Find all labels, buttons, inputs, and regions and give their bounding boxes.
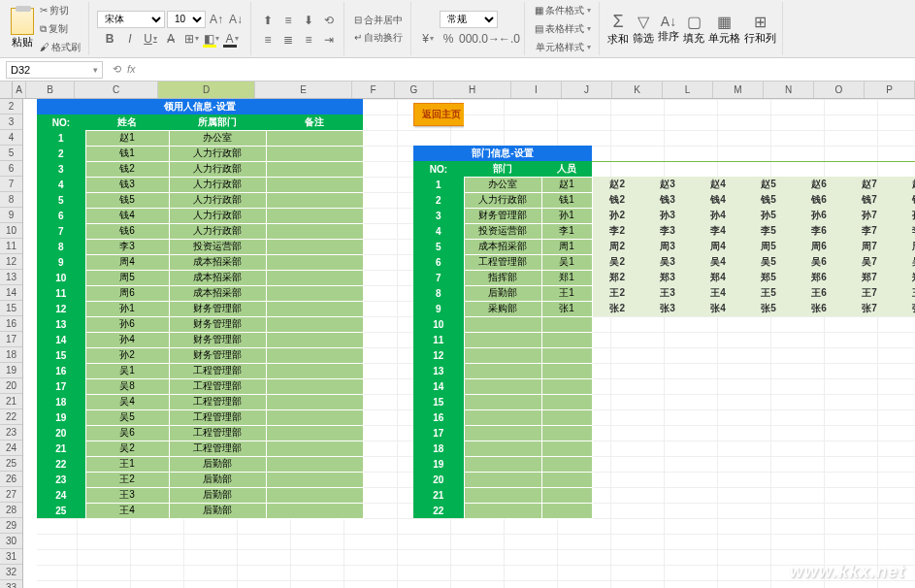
return-home-button[interactable]: 返回主页	[413, 103, 464, 126]
bold-button[interactable]: B	[101, 30, 118, 48]
table2-member[interactable]: 郑1	[541, 270, 592, 285]
align-right-button[interactable]: ≡	[300, 31, 317, 49]
align-bottom-button[interactable]: ⬇	[300, 12, 317, 29]
table1-cell[interactable]: 工程管理部	[169, 378, 266, 394]
table2-member-ext[interactable]: 吴2	[592, 254, 642, 270]
row-header-33[interactable]: 33	[0, 580, 22, 588]
table1-cell[interactable]	[266, 146, 363, 161]
table2-member-ext[interactable]: 吴5	[743, 254, 794, 270]
row-header-30[interactable]: 30	[0, 534, 22, 549]
table1-cell[interactable]: 钱3	[85, 177, 169, 192]
row-header-4[interactable]: 4	[0, 130, 22, 146]
table2-member-ext[interactable]: 郑2	[592, 270, 642, 285]
table2-cell-empty[interactable]	[464, 409, 541, 425]
table2-cell-empty[interactable]	[541, 363, 592, 378]
border-button[interactable]: ⊞▾	[182, 30, 200, 48]
fx-button[interactable]: fx	[127, 63, 136, 76]
table2-member-ext[interactable]: 钱7	[844, 192, 895, 208]
fill-color-button[interactable]: ◧▾	[203, 30, 220, 48]
table1-cell[interactable]	[266, 316, 363, 332]
row-header-20[interactable]: 20	[0, 378, 22, 394]
col-header-A[interactable]: A	[13, 82, 26, 98]
font-color-button[interactable]: A▾	[223, 30, 241, 48]
table2-cell-empty[interactable]	[464, 394, 541, 409]
table2-member-ext[interactable]: 钱4	[693, 192, 743, 208]
comma-button[interactable]: 000	[460, 30, 477, 48]
table2-dept[interactable]: 人力行政部	[464, 192, 541, 208]
row-header-9[interactable]: 9	[0, 208, 22, 223]
table2-member[interactable]: 张1	[541, 301, 592, 316]
row-header-29[interactable]: 29	[0, 518, 22, 534]
table2-member-ext[interactable]: 周5	[743, 239, 794, 254]
table1-cell[interactable]	[266, 223, 363, 239]
row-header-6[interactable]: 6	[0, 161, 22, 177]
table2-cell-empty[interactable]	[541, 394, 592, 409]
row-header-13[interactable]: 13	[0, 270, 22, 285]
table2-member-ext[interactable]: 吴7	[844, 254, 895, 270]
formula-input[interactable]	[146, 62, 915, 77]
number-format-select[interactable]: 常规	[440, 11, 498, 28]
table2-cell-empty[interactable]	[464, 378, 541, 394]
table2-member-ext[interactable]: 王7	[844, 285, 895, 301]
table2-cell-empty[interactable]	[541, 316, 592, 332]
table2-member[interactable]: 吴1	[541, 254, 592, 270]
table1-cell[interactable]: 吴8	[85, 378, 169, 394]
table2-dept[interactable]: 成本招采部	[464, 239, 541, 254]
underline-button[interactable]: U▾	[142, 30, 159, 48]
table2-member-ext[interactable]: 王8	[895, 285, 915, 301]
percent-button[interactable]: %	[440, 30, 457, 48]
table2-dept[interactable]: 财务管理部	[464, 208, 541, 223]
name-box[interactable]: D32 ▾	[6, 61, 103, 79]
cell-format-button[interactable]: ▦单元格	[708, 13, 740, 46]
table2-cell-empty[interactable]	[464, 472, 541, 487]
row-header-31[interactable]: 31	[0, 549, 22, 565]
table2-member-ext[interactable]: 郑3	[642, 270, 693, 285]
table1-cell[interactable]: 吴4	[85, 394, 169, 409]
col-header-I[interactable]: I	[511, 82, 562, 98]
table2-cell-empty[interactable]	[541, 487, 592, 503]
table2-member-ext[interactable]: 赵2	[592, 177, 642, 192]
table2-member-ext[interactable]: 王3	[642, 285, 693, 301]
table1-cell[interactable]: 李3	[85, 239, 169, 254]
table2-member-ext[interactable]: 郑4	[693, 270, 743, 285]
table1-cell[interactable]: 吴6	[85, 425, 169, 441]
table1-cell[interactable]: 吴2	[85, 441, 169, 456]
table2-cell-empty[interactable]	[464, 456, 541, 472]
table1-cell[interactable]: 孙2	[85, 347, 169, 363]
table1-cell[interactable]: 孙1	[85, 301, 169, 316]
table1-cell[interactable]: 后勤部	[169, 472, 266, 487]
table1-cell[interactable]: 吴5	[85, 409, 169, 425]
table1-cell[interactable]	[266, 208, 363, 223]
table1-cell[interactable]: 财务管理部	[169, 332, 266, 347]
table1-cell[interactable]: 工程管理部	[169, 425, 266, 441]
table2-cell-empty[interactable]	[464, 332, 541, 347]
sort-button[interactable]: A↓排序	[658, 14, 679, 44]
dec-decimal-button[interactable]: ←.0	[501, 30, 518, 48]
table2-cell-empty[interactable]	[541, 441, 592, 456]
row-header-24[interactable]: 24	[0, 441, 22, 456]
table2-member-ext[interactable]: 周7	[844, 239, 895, 254]
cancel-formula-button[interactable]: ⟲	[113, 63, 121, 76]
table1-cell[interactable]: 孙6	[85, 316, 169, 332]
table2-cell-empty[interactable]	[464, 487, 541, 503]
cells-viewport[interactable]: 领用人信息-设置返回主页NO:姓名所属部门备注1赵1办公室2钱1人力行政部部门信…	[23, 99, 915, 588]
table1-cell[interactable]: 人力行政部	[169, 146, 266, 161]
table1-cell[interactable]: 财务管理部	[169, 347, 266, 363]
col-header-C[interactable]: C	[75, 82, 158, 98]
decrease-font-button[interactable]: A↓	[227, 11, 245, 28]
row-header-28[interactable]: 28	[0, 503, 22, 518]
row-header-32[interactable]: 32	[0, 565, 22, 580]
table1-cell[interactable]	[266, 285, 363, 301]
col-header-N[interactable]: N	[764, 82, 814, 98]
table2-cell-empty[interactable]	[541, 456, 592, 472]
table1-cell[interactable]	[266, 270, 363, 285]
row-header-7[interactable]: 7	[0, 177, 22, 192]
table2-member[interactable]: 李1	[541, 223, 592, 239]
row-header-14[interactable]: 14	[0, 285, 22, 301]
table2-member[interactable]: 王1	[541, 285, 592, 301]
cell-style-button[interactable]: 单元格样式▾	[534, 39, 593, 56]
table2-member-ext[interactable]: 吴3	[642, 254, 693, 270]
table2-member-ext[interactable]: 周3	[642, 239, 693, 254]
table1-cell[interactable]: 工程管理部	[169, 441, 266, 456]
col-header-B[interactable]: B	[26, 82, 75, 98]
